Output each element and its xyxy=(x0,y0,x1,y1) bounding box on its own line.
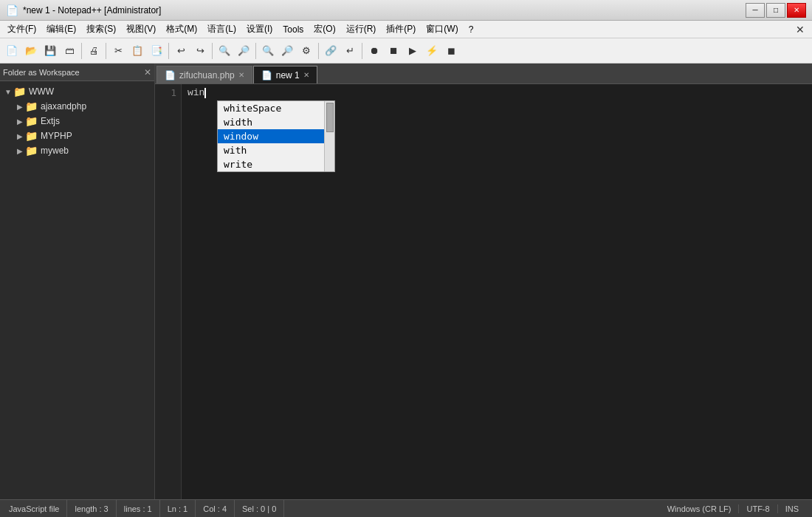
toolbar-zoom-out[interactable]: 🔎 xyxy=(278,42,296,60)
ac-item-whitespace[interactable]: whiteSpace xyxy=(218,101,324,115)
toolbar-macro-stop[interactable]: ⏹ xyxy=(385,42,402,60)
menu-help[interactable]: ? xyxy=(464,23,478,36)
menu-search[interactable]: 搜索(S) xyxy=(82,21,120,37)
tree-item-myphp[interactable]: ▶ 📁 MYPHP xyxy=(0,129,154,143)
line-number-1: 1 xyxy=(159,87,176,98)
file-tree: ▼ 📁 WWW ▶ 📁 ajaxandphp ▶ 📁 Extjs ▶ 📁 MYP… xyxy=(0,81,154,499)
menu-edit[interactable]: 编辑(E) xyxy=(42,21,80,37)
menu-run[interactable]: 运行(R) xyxy=(342,21,381,37)
toolbar-find[interactable]: 🔍 xyxy=(216,42,233,60)
tab-new1-close[interactable]: ✕ xyxy=(303,71,309,79)
sidebar-title: Folder as Workspace xyxy=(3,68,80,77)
toolbar-sep7 xyxy=(362,43,362,59)
autocomplete-scrollbar[interactable] xyxy=(324,101,334,171)
titlebar: 📄 *new 1 - Notepad++ [Administrator] ─ □… xyxy=(0,0,812,21)
ins-label: INS xyxy=(785,504,799,513)
toolbar-redo[interactable]: ↪ xyxy=(191,42,209,60)
toolbar-macro-play[interactable]: ▶ xyxy=(404,42,422,60)
toolbar-zoom-reset[interactable]: ⚙ xyxy=(297,42,315,60)
lineending-label: Windows (CR LF) xyxy=(667,504,732,513)
folder-icon-myweb: 📁 xyxy=(25,145,38,157)
col-label: Col : 4 xyxy=(203,504,227,513)
menu-tools[interactable]: Tools xyxy=(278,23,308,36)
folder-icon-ajaxandphp: 📁 xyxy=(25,100,38,112)
code-area[interactable]: win whiteSpace width window with write xyxy=(182,84,812,499)
line-numbers: 1 xyxy=(155,84,182,499)
tab-zifuchuan-label: zifuchuan.php xyxy=(179,70,235,81)
sidebar-close[interactable]: ✕ xyxy=(144,67,151,78)
toolbar-sep1 xyxy=(81,43,82,59)
toolbar-wrap[interactable]: ↵ xyxy=(341,42,359,60)
folder-icon-myphp: 📁 xyxy=(25,130,38,142)
menu-file[interactable]: 文件(F) xyxy=(3,21,41,37)
window-controls: ─ □ ✕ xyxy=(746,3,806,18)
tree-item-extjs[interactable]: ▶ 📁 Extjs xyxy=(0,114,154,129)
editor[interactable]: 1 win whiteSpace width window with write xyxy=(155,84,812,499)
status-col: Col : 4 xyxy=(196,500,235,517)
toolbar-new[interactable]: 📄 xyxy=(3,42,21,60)
autocomplete-dropdown: whiteSpace width window with write xyxy=(217,100,335,172)
ln-label: Ln : 1 xyxy=(168,504,188,513)
toolbar-macro-rec[interactable]: ⏺ xyxy=(365,42,383,60)
tree-label-ajaxandphp: ajaxandphp xyxy=(41,101,86,112)
length-label: length : 3 xyxy=(75,504,108,513)
status-ln: Ln : 1 xyxy=(160,500,196,517)
toolbar-cut[interactable]: ✂ xyxy=(109,42,127,60)
menu-window[interactable]: 窗口(W) xyxy=(422,21,462,37)
ac-item-write[interactable]: write xyxy=(218,157,324,171)
ac-item-with[interactable]: with xyxy=(218,143,324,157)
editor-section: 📄 zifuchuan.php ✕ 📄 new 1 ✕ 1 win xyxy=(155,64,812,499)
toolbar-sep5 xyxy=(255,43,256,59)
tree-label-myweb: myweb xyxy=(41,145,69,156)
expander-www: ▼ xyxy=(3,88,13,96)
tree-label-extjs: Extjs xyxy=(41,116,60,126)
menu-settings[interactable]: 设置(I) xyxy=(242,21,277,37)
autocomplete-items: whiteSpace width window with write xyxy=(218,101,334,171)
close-button[interactable]: ✕ xyxy=(787,3,806,18)
editor-container[interactable]: 1 win whiteSpace width window with write xyxy=(155,84,812,499)
menubar-close[interactable]: ✕ xyxy=(791,24,809,35)
toolbar-open[interactable]: 📂 xyxy=(22,42,40,60)
toolbar-sync-scroll[interactable]: 🔗 xyxy=(322,42,340,60)
lines-label: lines : 1 xyxy=(124,504,152,513)
toolbar-paste[interactable]: 📑 xyxy=(148,42,165,60)
restore-button[interactable]: □ xyxy=(766,3,785,18)
status-encoding: UTF-8 xyxy=(739,504,777,513)
tab-new1[interactable]: 📄 new 1 ✕ xyxy=(253,66,317,83)
toolbar-print[interactable]: 🖨 xyxy=(85,42,103,60)
status-lines: lines : 1 xyxy=(117,500,160,517)
menu-language[interactable]: 语言(L) xyxy=(203,21,241,37)
expander-myweb: ▶ xyxy=(15,147,25,155)
tree-item-www[interactable]: ▼ 📁 WWW xyxy=(0,84,154,99)
toolbar: 📄 📂 💾 🗃 🖨 ✂ 📋 📑 ↩ ↪ 🔍 🔎 🔍 🔎 ⚙ 🔗 ↵ ⏺ ⏹ ▶ … xyxy=(0,38,812,64)
tab-new1-icon: 📄 xyxy=(261,70,272,81)
menu-plugins[interactable]: 插件(P) xyxy=(382,21,420,37)
menu-format[interactable]: 格式(M) xyxy=(162,21,202,37)
toolbar-copy[interactable]: 📋 xyxy=(128,42,146,60)
status-lineending: Windows (CR LF) xyxy=(664,504,740,513)
tree-item-myweb[interactable]: ▶ 📁 myweb xyxy=(0,143,154,158)
minimize-button[interactable]: ─ xyxy=(746,3,765,18)
tree-label-www: WWW xyxy=(29,86,54,97)
tab-zifuchuan-close[interactable]: ✕ xyxy=(238,71,244,79)
toolbar-undo[interactable]: ↩ xyxy=(172,42,190,60)
toolbar-findreplace[interactable]: 🔎 xyxy=(235,42,252,60)
status-length: length : 3 xyxy=(67,500,116,517)
ac-item-window[interactable]: window xyxy=(218,129,324,143)
toolbar-save[interactable]: 💾 xyxy=(41,42,59,60)
tree-item-ajaxandphp[interactable]: ▶ 📁 ajaxandphp xyxy=(0,99,154,114)
status-ins: INS xyxy=(778,504,806,513)
toolbar-sep6 xyxy=(318,43,319,59)
scrollbar-thumb[interactable] xyxy=(326,103,334,132)
toolbar-settings[interactable]: ◼ xyxy=(442,42,460,60)
encoding-label: UTF-8 xyxy=(746,504,769,513)
toolbar-run[interactable]: ⚡ xyxy=(423,42,441,60)
folder-icon-www: 📁 xyxy=(13,86,26,97)
toolbar-saveall[interactable]: 🗃 xyxy=(61,42,78,60)
menu-macro[interactable]: 宏(O) xyxy=(309,21,340,37)
ac-item-width[interactable]: width xyxy=(218,115,324,129)
expander-extjs: ▶ xyxy=(15,117,25,126)
toolbar-zoom-in[interactable]: 🔍 xyxy=(259,42,277,60)
tab-zifuchuan[interactable]: 📄 zifuchuan.php ✕ xyxy=(156,66,252,83)
menu-view[interactable]: 视图(V) xyxy=(122,21,160,37)
